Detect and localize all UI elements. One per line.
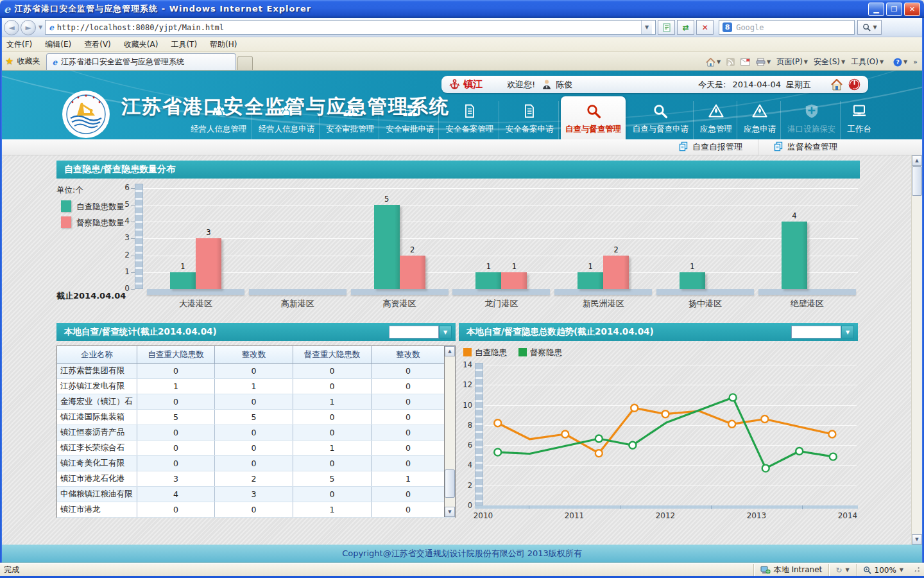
stop-button[interactable]: ✕ <box>696 20 714 35</box>
overflow-chevron-icon[interactable]: » <box>913 58 916 66</box>
table-scroll-thumb[interactable] <box>445 469 455 498</box>
nav-item-4[interactable]: 安全审批申请 <box>381 101 439 139</box>
magnifier-icon <box>652 103 669 122</box>
value-cell: 0 <box>137 363 215 378</box>
new-tab-stub[interactable] <box>237 56 253 70</box>
scroll-down-button[interactable]: ▼ <box>912 534 922 545</box>
intranet-icon <box>760 566 771 574</box>
nav-item-8[interactable]: 自查与督查申请 <box>628 101 694 139</box>
table-row[interactable]: 镇江李长荣综合石0010 <box>57 441 455 456</box>
page-icon: e <box>49 23 54 32</box>
nav-item-11[interactable]: 港口设施保安 <box>783 101 841 139</box>
favorites-label[interactable]: 收藏夹 <box>17 56 40 67</box>
command-item[interactable]: 工具(O)▼ <box>851 57 884 67</box>
gridline <box>142 238 858 239</box>
command-item[interactable]: 安全(S)▼ <box>814 57 845 67</box>
nav-item-1[interactable]: 经营人信息管理 <box>186 101 252 139</box>
favorites-star-icon[interactable]: ★ <box>5 55 13 67</box>
close-button[interactable]: ✕ <box>904 3 920 16</box>
company-name-cell: 镇江李长荣综合石 <box>57 441 137 455</box>
nav-item-5[interactable]: 安全备案管理 <box>441 101 499 139</box>
refresh-button[interactable]: ⇄ <box>677 20 694 35</box>
bar-chart-title: 自查隐患/督查隐患数量分布 <box>64 164 175 175</box>
table-row[interactable]: 江苏索普集团有限0000 <box>57 363 455 379</box>
table-row[interactable]: 镇江市港龙石化港3251 <box>57 471 455 487</box>
nav-item-7[interactable]: 自查与督查管理 <box>561 96 626 139</box>
help-button[interactable]: ? ▼ <box>893 58 907 67</box>
page-scrollbar[interactable]: ▲ ▼ <box>911 155 922 545</box>
table-row[interactable]: 金海宏业（镇江）石0010 <box>57 394 455 410</box>
table-row[interactable]: 镇江港国际集装箱5500 <box>57 410 455 425</box>
stats-filter-dropdown[interactable]: ▼ <box>389 326 452 338</box>
company-name-cell: 江苏镇江发电有限 <box>57 379 137 394</box>
restore-button[interactable]: ❐ <box>886 3 902 16</box>
back-button[interactable]: ◄ <box>4 20 19 35</box>
home-shortcut-button[interactable] <box>830 79 843 91</box>
logout-button[interactable] <box>848 78 860 91</box>
search-input[interactable]: 8 Google <box>719 20 855 35</box>
value-cell: 0 <box>372 379 445 394</box>
stats-filter-arrow-icon[interactable]: ▼ <box>439 326 452 338</box>
nav-item-10[interactable]: 应急申请 <box>739 101 781 139</box>
bar-supervise <box>400 256 425 289</box>
gridline <box>142 188 858 189</box>
table-row[interactable]: 镇江市港龙0010 <box>57 502 455 518</box>
menu-item[interactable]: 工具(T) <box>171 39 197 50</box>
resize-grip[interactable] <box>912 566 920 574</box>
zoom-control[interactable]: 100% ▼ <box>856 564 910 576</box>
subnav-item-1[interactable]: 自查自报管理 <box>663 139 758 155</box>
trend-legend-item: 自查隐患 <box>463 347 507 358</box>
table-header-cell: 督查重大隐患数 <box>293 346 372 363</box>
category-label: 绝壁港区 <box>766 298 849 310</box>
y-axis-tick <box>131 289 135 290</box>
history-dropdown-icon[interactable]: ▼ <box>38 24 42 30</box>
subnav-item-2[interactable]: 监督检查管理 <box>758 139 853 155</box>
menu-item[interactable]: 编辑(E) <box>45 39 71 50</box>
scroll-thumb[interactable] <box>912 166 922 196</box>
table-scroll-down-button[interactable]: ▼ <box>445 507 455 517</box>
nav-item-2[interactable]: 经营人信息申请 <box>254 101 320 139</box>
y-axis-label: 10 <box>459 401 472 410</box>
home-button[interactable]: ▼ <box>706 58 721 67</box>
command-item[interactable]: 页面(P)▼ <box>776 57 808 67</box>
menu-item[interactable]: 收藏夹(A) <box>124 39 158 50</box>
company-name-cell: 镇江市港龙 <box>57 502 137 517</box>
url-dropdown-icon[interactable]: ▼ <box>641 21 652 34</box>
minimize-button[interactable]: ▁ <box>868 3 884 16</box>
mail-button[interactable] <box>740 58 750 66</box>
scroll-up-button[interactable]: ▲ <box>912 155 922 166</box>
value-cell: 0 <box>137 441 215 455</box>
menu-item[interactable]: 帮助(H) <box>210 39 237 50</box>
y-axis <box>135 184 143 289</box>
bar-self-check <box>578 272 603 289</box>
table-row[interactable]: 中储粮镇江粮油有限4300 <box>57 487 455 502</box>
y-axis-label: 5 <box>116 200 130 209</box>
value-cell: 0 <box>293 410 372 425</box>
protected-mode-button[interactable]: ↻▼ <box>828 564 855 576</box>
company-name-cell: 镇江港国际集装箱 <box>57 410 137 425</box>
data-point <box>595 450 603 457</box>
feeds-button[interactable] <box>726 58 735 66</box>
table-row[interactable]: 江苏镇江发电有限1100 <box>57 379 455 394</box>
trend-filter-dropdown[interactable]: ▼ <box>791 326 854 338</box>
browser-tab[interactable]: e 江苏省港口安全监管与应急管理系统 <box>46 53 236 70</box>
nav-item-6[interactable]: 安全备案申请 <box>501 101 559 139</box>
nav-item-9[interactable]: 应急管理 <box>696 101 737 139</box>
table-scroll-up-button[interactable]: ▲ <box>445 346 455 356</box>
table-row[interactable]: 镇江恒泰沥青产品0000 <box>57 425 455 441</box>
menu-item[interactable]: 文件(F) <box>6 39 32 50</box>
nav-item-12[interactable]: 工作台 <box>843 101 876 139</box>
trend-filter-arrow-icon[interactable]: ▼ <box>841 326 854 338</box>
search-button[interactable]: ▼ <box>857 20 882 35</box>
feeds-icon <box>726 58 735 66</box>
table-row[interactable]: 镇江奇美化工有限0000 <box>57 456 455 471</box>
nav-item-3[interactable]: 安全审批管理 <box>321 101 379 139</box>
table-scrollbar[interactable]: ▲▼ <box>444 346 455 517</box>
url-field[interactable]: e http://localhost:8080/yjpt/Main.html ▼ <box>45 20 656 35</box>
compatibility-button[interactable] <box>658 20 675 35</box>
avatar <box>542 79 552 90</box>
forward-button[interactable]: ► <box>21 20 36 35</box>
legend-label: 自查隐患 <box>475 347 507 357</box>
print-button[interactable]: ▼ <box>756 58 771 66</box>
menu-item[interactable]: 查看(V) <box>84 39 111 50</box>
